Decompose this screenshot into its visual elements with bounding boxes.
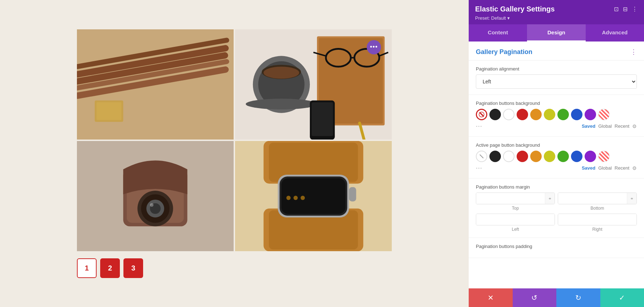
tab-content[interactable]: Content (469, 24, 527, 42)
svg-point-31 (150, 203, 153, 206)
svg-point-43 (301, 196, 305, 200)
swatch-more-1[interactable]: ··· (476, 122, 482, 130)
panel-title: Elastic Gallery Settings (475, 5, 555, 13)
panel-tabs: Content Design Advanced (469, 24, 644, 42)
active-page-btn-bg-label: Active page button background (476, 142, 637, 148)
panel-header-top: Elastic Gallery Settings ⊡ ⊟ ⋮ (475, 5, 638, 13)
saved-link-1[interactable]: Saved (582, 123, 595, 129)
swatch-striped-2[interactable] (598, 151, 610, 162)
swatch-yellow-2[interactable] (544, 151, 555, 162)
saved-link-2[interactable]: Saved (582, 165, 595, 171)
redo-button[interactable]: ↻ (556, 288, 600, 307)
pagination-buttons-bg-swatches (476, 109, 637, 120)
pagination-alignment-select[interactable]: Left Center Right (476, 74, 637, 89)
responsive-icon[interactable]: ⊟ (623, 6, 628, 13)
swatch-blue-2[interactable] (571, 151, 582, 162)
active-page-btn-bg-group: Active page button background (469, 137, 644, 179)
margin-left-field: Left (476, 214, 555, 232)
pagination-alignment-label: Pagination alignment (476, 66, 637, 72)
global-link-1[interactable]: Global (598, 123, 612, 129)
svg-rect-7 (97, 102, 122, 120)
margin-bottom-link-icon[interactable]: ⚭ (627, 193, 636, 204)
pagination-buttons-margin-group: Pagination buttons margin ⚭ Top ⚭ Bottom (469, 179, 644, 238)
swatch-more-2[interactable]: ··· (476, 164, 482, 172)
recent-link-2[interactable]: Recent (615, 165, 629, 171)
pagination-buttons-bg-label: Pagination buttons background (476, 101, 637, 106)
swatch-eraser-2[interactable] (476, 151, 487, 162)
settings-gear-2[interactable]: ⚙ (632, 165, 637, 171)
cancel-button[interactable]: ✕ (469, 288, 513, 307)
bottom-toolbar: ✕ ↺ ↻ ✓ (469, 288, 644, 307)
svg-point-41 (286, 196, 291, 200)
settings-gear-1[interactable]: ⚙ (632, 123, 637, 129)
svg-rect-22 (312, 102, 333, 136)
swatch-striped-1[interactable] (598, 109, 610, 120)
page-btn-1[interactable]: 1 (77, 258, 97, 278)
svg-rect-39 (281, 178, 345, 214)
swatch-orange-1[interactable] (530, 109, 542, 120)
svg-rect-40 (349, 187, 356, 201)
settings-panel: Elastic Gallery Settings ⊡ ⊟ ⋮ Preset: D… (469, 0, 644, 307)
margin-top-link-icon[interactable]: ⚭ (545, 193, 555, 204)
swatch-black-2[interactable] (489, 151, 501, 162)
section-header: Gallery Pagination ⋮ (469, 42, 644, 60)
svg-line-44 (479, 112, 484, 117)
swatch-eraser[interactable] (476, 109, 487, 120)
gallery-item-4 (235, 141, 392, 251)
gallery-item-1 (77, 29, 234, 140)
swatch-yellow-1[interactable] (544, 109, 555, 120)
gallery-item-3 (77, 141, 234, 251)
swatch-white-2[interactable] (503, 151, 514, 162)
redo-icon: ↻ (575, 293, 581, 302)
margin-bottom-wrapper: ⚭ (558, 193, 637, 204)
margin-right-input[interactable] (558, 214, 636, 225)
pagination-buttons-padding-group: Pagination buttons padding (469, 238, 644, 258)
three-dots-button[interactable]: ••• (367, 40, 381, 54)
more-options-icon[interactable]: ⋮ (632, 6, 638, 13)
margin-left-label: Left (476, 227, 555, 232)
page-btn-2[interactable]: 2 (100, 258, 120, 278)
svg-point-20 (246, 98, 317, 109)
swatch-purple-2[interactable] (585, 151, 596, 162)
cancel-icon: ✕ (488, 293, 494, 302)
svg-point-42 (293, 196, 298, 200)
margin-bottom-input[interactable] (558, 193, 627, 204)
swatch-purple-1[interactable] (585, 109, 596, 120)
swatch-meta-links-2: Saved Global Recent ⚙ (582, 165, 637, 171)
margin-left-wrapper (476, 214, 555, 225)
tab-design[interactable]: Design (527, 24, 585, 42)
page-btn-3[interactable]: 3 (123, 258, 143, 278)
section-menu-icon[interactable]: ⋮ (630, 48, 637, 56)
pagination-buttons-bg-group: Pagination buttons background (469, 95, 644, 137)
margin-top-field: ⚭ Top (476, 193, 555, 211)
panel-header: Elastic Gallery Settings ⊡ ⊟ ⋮ Preset: D… (469, 0, 644, 24)
reset-button[interactable]: ↺ (513, 288, 557, 307)
margin-right-field: Right (558, 214, 637, 232)
save-template-icon[interactable]: ⊡ (614, 6, 619, 13)
margin-right-label: Right (558, 227, 637, 232)
swatch-meta-links-1: Saved Global Recent ⚙ (582, 123, 637, 129)
swatch-blue-1[interactable] (571, 109, 582, 120)
confirm-button[interactable]: ✓ (600, 288, 644, 307)
margin-bottom-field: ⚭ Bottom (558, 193, 637, 211)
swatch-red-1[interactable] (517, 109, 528, 120)
swatch-red-2[interactable] (517, 151, 528, 162)
margin-top-label: Top (476, 206, 555, 211)
canvas-area: ••• (0, 0, 469, 307)
canvas-wrapper: ••• (77, 29, 392, 278)
swatch-black-1[interactable] (489, 109, 501, 120)
panel-preset[interactable]: Preset: Default ▾ (475, 15, 638, 21)
active-page-btn-bg-swatches (476, 151, 637, 162)
tab-advanced[interactable]: Advanced (586, 24, 644, 42)
swatch-green-2[interactable] (557, 151, 569, 162)
margin-top-input[interactable] (476, 193, 545, 204)
swatch-green-1[interactable] (557, 109, 569, 120)
margin-left-input[interactable] (476, 214, 555, 225)
margin-bottom-label: Bottom (558, 206, 637, 211)
panel-header-icons: ⊡ ⊟ ⋮ (614, 6, 638, 13)
swatch-white-1[interactable] (503, 109, 514, 120)
swatch-orange-2[interactable] (530, 151, 542, 162)
global-link-2[interactable]: Global (598, 165, 612, 171)
recent-link-1[interactable]: Recent (615, 123, 629, 129)
svg-point-19 (264, 67, 299, 79)
